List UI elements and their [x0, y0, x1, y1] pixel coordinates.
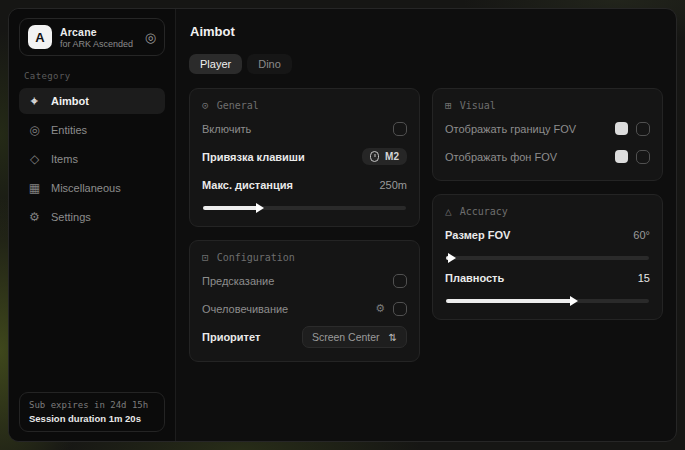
accuracy-card-title: Accuracy [460, 206, 508, 217]
visual-card-title: Visual [460, 100, 496, 111]
sidebar: A Arcane for ARK Ascended ◎ Category ⌖ A… [9, 9, 176, 441]
priority-dropdown[interactable]: Screen Center ⇅ [302, 326, 407, 348]
sidebar-item-label: Aimbot [51, 95, 89, 107]
fov-size-label: Размер FOV [445, 229, 510, 241]
app-name: Arcane [60, 26, 133, 38]
keybind-row: Привязка клавиши M2 [202, 146, 407, 167]
humanize-checkbox[interactable] [393, 302, 407, 316]
max-distance-slider[interactable] [203, 206, 406, 210]
accuracy-icon: △ [445, 206, 452, 217]
enable-checkbox[interactable] [393, 122, 407, 136]
app-subtitle: for ARK Ascended [60, 39, 133, 49]
fov-background-controls [615, 150, 650, 164]
chevron-updown-icon: ⇅ [389, 332, 397, 343]
cube-icon: ◇ [28, 153, 41, 165]
prediction-checkbox[interactable] [393, 274, 407, 288]
priority-value: Screen Center [312, 331, 380, 343]
tab-dino[interactable]: Dino [247, 54, 292, 74]
general-card: ⊙ General Включить Привязка клавиши M2 [189, 88, 420, 227]
enable-label: Включить [202, 123, 251, 135]
smoothness-value: 15 [638, 272, 650, 284]
right-column: ⊞ Visual Отображать границу FOV Отобража… [432, 88, 663, 320]
sidebar-item-miscellaneous[interactable]: ▦ Miscellaneous [19, 175, 165, 201]
enable-row: Включить [202, 118, 407, 139]
sidebar-item-items[interactable]: ◇ Items [19, 146, 165, 172]
fov-border-label: Отображать границу FOV [445, 123, 576, 135]
slider-fill[interactable] [446, 299, 572, 303]
sidebar-item-aimbot[interactable]: ⌖ Aimbot [19, 88, 165, 114]
sidebar-item-entities[interactable]: ◎ Entities [19, 117, 165, 143]
page-title: Aimbot [190, 24, 663, 39]
priority-row: Приоритет Screen Center ⇅ [202, 326, 407, 348]
configuration-icon: ⊡ [202, 252, 209, 263]
tab-bar: Player Dino [189, 54, 663, 74]
gear-icon: ⚙ [28, 211, 41, 223]
sidebar-item-label: Settings [51, 211, 91, 223]
category-label: Category [24, 71, 160, 81]
max-distance-value: 250m [379, 179, 407, 191]
app-header-card: A Arcane for ARK Ascended ◎ [19, 18, 165, 56]
app-window: A Arcane for ARK Ascended ◎ Category ⌖ A… [8, 8, 677, 442]
fov-border-row: Отображать границу FOV [445, 118, 650, 139]
general-card-header: ⊙ General [202, 100, 407, 111]
max-distance-label: Макс. дистанция [202, 179, 293, 191]
configuration-card-title: Configuration [217, 252, 295, 263]
session-duration-text: Session duration 1m 20s [29, 413, 155, 424]
prediction-row: Предсказание [202, 270, 407, 291]
card-columns: ⊙ General Включить Привязка клавиши M2 [189, 88, 663, 362]
visual-card: ⊞ Visual Отображать границу FOV Отобража… [432, 88, 663, 181]
smoothness-label: Плавность [445, 272, 504, 284]
app-logo: A [28, 25, 52, 49]
sub-expires-text: Sub expires in 24d 15h [29, 400, 155, 410]
accuracy-card: △ Accuracy Размер FOV 60° Плавность 15 [432, 194, 663, 320]
keybind-label: Привязка клавиши [202, 151, 305, 163]
configuration-card-header: ⊡ Configuration [202, 252, 407, 263]
main-panel: Aimbot Player Dino ⊙ General Включить [176, 9, 676, 441]
tab-player[interactable]: Player [189, 54, 242, 74]
slider-fill[interactable] [203, 206, 258, 210]
mouse-icon [370, 151, 379, 162]
app-titles: Arcane for ARK Ascended [60, 26, 133, 49]
visual-card-header: ⊞ Visual [445, 100, 650, 111]
sidebar-item-label: Miscellaneous [51, 182, 121, 194]
configuration-card: ⊡ Configuration Предсказание Очеловечива… [189, 240, 420, 362]
humanize-gear-icon[interactable]: ⚙ [375, 303, 385, 314]
humanize-label: Очеловечивание [202, 303, 288, 315]
entities-icon: ◎ [28, 124, 41, 136]
left-column: ⊙ General Включить Привязка клавиши M2 [189, 88, 420, 362]
fov-background-label: Отображать фон FOV [445, 151, 557, 163]
grid-icon: ▦ [28, 182, 41, 194]
general-card-title: General [217, 100, 259, 111]
smoothness-row: Плавность 15 [445, 267, 650, 288]
max-distance-row: Макс. дистанция 250m [202, 174, 407, 195]
subscription-card: Sub expires in 24d 15h Session duration … [19, 392, 165, 432]
prediction-label: Предсказание [202, 275, 274, 287]
general-icon: ⊙ [202, 100, 209, 111]
sidebar-item-label: Items [51, 153, 78, 165]
fov-border-color-swatch[interactable] [615, 122, 628, 135]
crosshair-icon: ⌖ [28, 95, 41, 107]
fov-background-color-swatch[interactable] [615, 150, 628, 163]
slider-fill[interactable] [446, 256, 450, 260]
fov-background-row: Отображать фон FOV [445, 146, 650, 167]
keybind-value: M2 [385, 151, 399, 162]
humanize-row: Очеловечивание ⚙ [202, 298, 407, 319]
fov-border-checkbox[interactable] [636, 122, 650, 136]
smoothness-slider[interactable] [446, 299, 649, 303]
fov-size-row: Размер FOV 60° [445, 224, 650, 245]
fov-background-checkbox[interactable] [636, 150, 650, 164]
accuracy-card-header: △ Accuracy [445, 206, 650, 217]
fov-size-value: 60° [633, 229, 650, 241]
visual-icon: ⊞ [445, 100, 452, 111]
sidebar-item-label: Entities [51, 124, 87, 136]
sidebar-item-settings[interactable]: ⚙ Settings [19, 204, 165, 230]
target-icon[interactable]: ◎ [145, 31, 156, 44]
fov-size-slider[interactable] [446, 256, 649, 260]
priority-label: Приоритет [202, 331, 260, 343]
fov-border-controls [615, 122, 650, 136]
keybind-button[interactable]: M2 [362, 148, 407, 165]
humanize-controls: ⚙ [375, 302, 407, 316]
